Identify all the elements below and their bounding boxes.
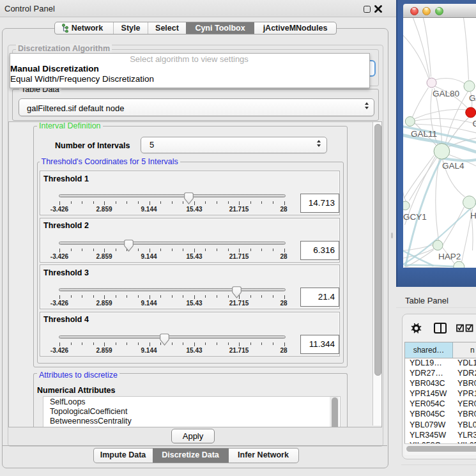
svg-text:GA: GA [469,93,476,103]
svg-text:GAL4: GAL4 [442,161,464,171]
svg-text:HAP2: HAP2 [438,252,461,261]
svg-text:C: C [472,119,476,128]
svg-text:GAL80: GAL80 [433,89,459,98]
svg-text:GCY1: GCY1 [403,212,427,222]
svg-text:H: H [470,211,476,220]
svg-text:GAL11: GAL11 [411,129,437,139]
